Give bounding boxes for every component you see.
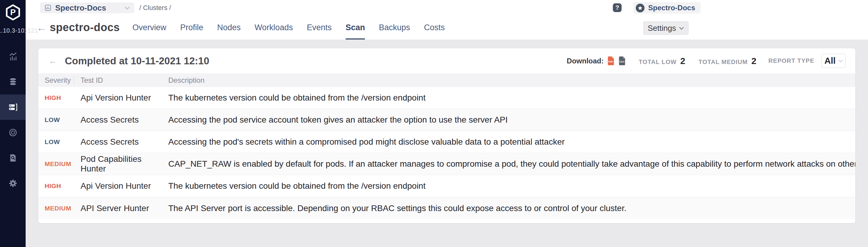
sidebar-nav bbox=[0, 44, 26, 196]
project-selector-label: Spectro-Docs bbox=[55, 3, 106, 13]
sidebar: P 1.10.3-101121 bbox=[0, 0, 26, 247]
star-icon bbox=[638, 5, 643, 10]
table-row: MEDIUM API Server Hunter The API Server … bbox=[38, 197, 855, 219]
sidebar-item-workspaces[interactable] bbox=[0, 120, 26, 145]
column-severity: Severity bbox=[44, 76, 74, 85]
stack-icon bbox=[8, 77, 18, 87]
total-counter: TOTAL MEDIUM 2 bbox=[699, 56, 756, 66]
project-selector[interactable]: Spectro-Docs bbox=[40, 2, 134, 13]
breadcrumb[interactable]: / Clusters / bbox=[140, 0, 171, 16]
help-icon[interactable]: ? bbox=[613, 3, 622, 12]
severity-badge: HIGH bbox=[44, 182, 61, 189]
tab-label: Nodes bbox=[217, 23, 241, 32]
scan-report-panel: ← Completed at 10-11-2021 12:10 Download… bbox=[38, 48, 855, 223]
tab[interactable]: Events bbox=[307, 16, 332, 39]
test-id-cell: Access Secrets bbox=[74, 115, 168, 125]
severity-badge: LOW bbox=[44, 138, 60, 145]
report-type-value: All bbox=[824, 56, 835, 66]
page-header: ← spectro-docs Overview Profile Nodes Wo… bbox=[26, 16, 868, 39]
table-row: HIGH Api Version Hunter The kubernetes v… bbox=[38, 87, 855, 109]
page-title: spectro-docs bbox=[50, 21, 120, 34]
clusters-icon bbox=[8, 102, 18, 112]
total-counter-value: 2 bbox=[680, 56, 685, 66]
app-logo[interactable]: P bbox=[0, 0, 26, 21]
table-header: Severity Test ID Description bbox=[38, 73, 855, 87]
test-id-cell: API Server Hunter bbox=[74, 203, 168, 213]
gear-icon bbox=[8, 179, 18, 188]
description-cell: The kubernetes version could be obtained… bbox=[168, 93, 855, 103]
description-cell: CAP_NET_RAW is enabled by default for po… bbox=[168, 159, 855, 169]
analytics-icon bbox=[8, 52, 18, 61]
sidebar-item-settings[interactable] bbox=[0, 171, 26, 196]
back-button[interactable]: ← bbox=[36, 22, 47, 33]
severity-badge: LOW bbox=[44, 116, 60, 123]
tab-label: Profile bbox=[180, 23, 204, 32]
orbit-icon bbox=[8, 128, 18, 137]
tab-bar: Overview Profile Nodes Workloads Events … bbox=[132, 16, 445, 39]
user-name: Spectro-Docs bbox=[648, 4, 695, 12]
severity-badge: MEDIUM bbox=[44, 160, 71, 167]
content-area: ← Completed at 10-11-2021 12:10 Download… bbox=[26, 39, 868, 247]
user-menu[interactable]: Spectro-Docs bbox=[633, 2, 701, 13]
sidebar-item-audit[interactable] bbox=[0, 145, 26, 171]
topbar: Spectro-Docs / Clusters / ? Spectro-Docs bbox=[26, 0, 868, 16]
description-cell: The API Server port is accessible. Depen… bbox=[168, 203, 855, 213]
report-toolbar: Download: PDF CSV TOTAL LOW 2 TOTAL MEDI… bbox=[567, 54, 846, 68]
severity-badge: MEDIUM bbox=[44, 205, 71, 212]
avatar bbox=[636, 4, 645, 12]
report-back-button[interactable]: ← bbox=[49, 57, 57, 65]
audit-icon bbox=[8, 154, 18, 162]
tab[interactable]: Profile bbox=[180, 16, 204, 39]
svg-text:P: P bbox=[10, 8, 16, 17]
tab[interactable]: Workloads bbox=[254, 16, 293, 39]
test-id-cell: Api Version Hunter bbox=[74, 181, 168, 191]
sidebar-item-clusters[interactable] bbox=[0, 94, 26, 120]
description-cell: Accessing the pod service account token … bbox=[168, 115, 855, 125]
table-row: LOW Access Secrets Accessing the pod ser… bbox=[38, 109, 855, 131]
tab-label: Costs bbox=[424, 23, 445, 32]
tab-label: Scan bbox=[346, 23, 365, 32]
severity-badge: HIGH bbox=[44, 94, 61, 101]
total-counter-label: TOTAL LOW bbox=[639, 59, 677, 65]
totals: TOTAL LOW 2 TOTAL MEDIUM 2 bbox=[625, 56, 756, 66]
settings-button[interactable]: Settings bbox=[643, 22, 688, 35]
tab[interactable]: Backups bbox=[379, 16, 410, 39]
tab[interactable]: Scan bbox=[346, 16, 365, 39]
tab[interactable]: Costs bbox=[424, 16, 445, 39]
settings-button-label: Settings bbox=[648, 24, 676, 33]
test-id-cell: Access Secrets bbox=[74, 137, 168, 147]
tab-label: Events bbox=[307, 23, 332, 32]
total-counter: TOTAL LOW 2 bbox=[639, 56, 685, 66]
pdf-file-icon[interactable]: PDF bbox=[608, 56, 614, 65]
project-chart-icon bbox=[44, 4, 52, 11]
palette-logo-icon: P bbox=[5, 4, 21, 21]
description-cell: Accessing the pod's secrets within a com… bbox=[168, 137, 855, 147]
report-header: ← Completed at 10-11-2021 12:10 Download… bbox=[38, 48, 855, 73]
test-id-cell: Api Version Hunter bbox=[74, 93, 168, 103]
tab[interactable]: Overview bbox=[132, 16, 166, 39]
chevron-down-icon bbox=[838, 59, 843, 62]
report-type-select[interactable]: All bbox=[822, 54, 846, 68]
svg-text:CSV: CSV bbox=[619, 60, 624, 63]
column-test-id: Test ID bbox=[74, 76, 168, 85]
total-counter-value: 2 bbox=[751, 56, 756, 66]
report-title: Completed at 10-11-2021 12:10 bbox=[65, 55, 209, 67]
report-type-label: REPORT TYPE bbox=[769, 57, 814, 64]
column-description: Description bbox=[168, 76, 855, 85]
tab-label: Backups bbox=[379, 23, 410, 32]
csv-file-icon[interactable]: CSV bbox=[619, 56, 625, 65]
sidebar-item-monitor[interactable] bbox=[0, 44, 26, 69]
sidebar-item-profiles[interactable] bbox=[0, 69, 26, 94]
total-counter-label: TOTAL MEDIUM bbox=[699, 59, 748, 65]
download-label: Download: bbox=[567, 57, 604, 65]
version-label: 1.10.3-101121 bbox=[0, 27, 26, 34]
chevron-down-icon bbox=[125, 6, 130, 10]
tab[interactable]: Nodes bbox=[217, 16, 241, 39]
description-cell: The kubernetes version could be obtained… bbox=[168, 181, 855, 191]
table-row: HIGH Api Version Hunter The kubernetes v… bbox=[38, 175, 855, 197]
scan-results-table: HIGH Api Version Hunter The kubernetes v… bbox=[38, 87, 855, 219]
chevron-down-icon bbox=[679, 27, 684, 30]
tab-label: Workloads bbox=[254, 23, 293, 32]
table-row: MEDIUM Pod Capabilities Hunter CAP_NET_R… bbox=[38, 153, 855, 175]
svg-text:PDF: PDF bbox=[608, 60, 613, 63]
